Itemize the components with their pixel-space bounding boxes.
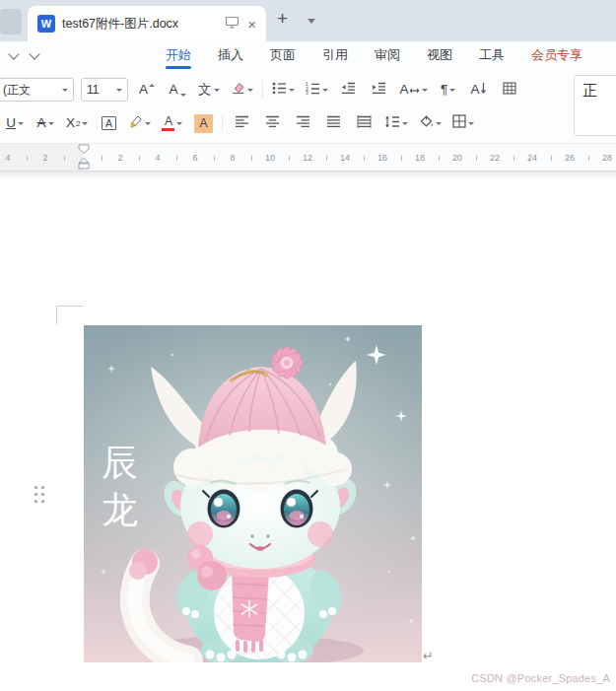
ruler-number: 6 [192, 153, 197, 163]
ruler-tick [102, 156, 103, 161]
justify-button[interactable] [321, 111, 345, 135]
menu-item-会员专享[interactable]: 会员专享 [531, 41, 582, 69]
increase-font-button[interactable]: A [135, 78, 159, 102]
menu-item-审阅[interactable]: 审阅 [375, 41, 400, 69]
highlight-pen-icon [129, 114, 143, 132]
ribbon-toolbar: a (正文 11 A A 文 123 [0, 69, 616, 144]
align-right-button[interactable] [291, 111, 314, 135]
chevron-down-icon [18, 122, 24, 125]
toolbar-separator [262, 81, 263, 99]
highlight-pen-button[interactable] [127, 111, 153, 135]
svg-text:3: 3 [306, 90, 308, 95]
ruler-tick [364, 156, 365, 161]
line-spacing-button[interactable] [382, 111, 410, 135]
char-border-button[interactable]: A [97, 111, 120, 135]
increase-indent-button[interactable] [368, 78, 391, 102]
ruler-number: 8 [230, 153, 235, 163]
quick-chevron-icon-2[interactable] [29, 48, 39, 59]
font-size-select[interactable]: 11 [81, 78, 128, 102]
sort-button[interactable]: A [467, 78, 491, 102]
new-tab-button[interactable]: + [277, 9, 288, 28]
style-preview-label: 正 [582, 82, 597, 99]
chevron-down-icon [402, 122, 408, 125]
ruler[interactable]: 42246810121416182022242628 [0, 144, 616, 172]
decrease-indent-button[interactable] [337, 78, 361, 102]
ruler-number: 28 [602, 153, 612, 163]
chevron-down-icon [422, 89, 428, 92]
menu-item-插入[interactable]: 插入 [218, 41, 243, 69]
home-button-partial[interactable] [0, 9, 22, 35]
ruler-tick [64, 156, 65, 161]
bullet-list-icon [272, 81, 287, 99]
document-tab[interactable]: W test67附件-图片.docx × [28, 6, 266, 41]
chevron-down-icon [247, 89, 253, 92]
menu-item-页面[interactable]: 页面 [270, 41, 296, 69]
ruler-tick [326, 156, 327, 161]
image-caption-char-2: 龙 [102, 489, 138, 531]
borders-button[interactable] [450, 111, 476, 135]
decrease-font-button[interactable]: A [166, 78, 189, 102]
paragraph-settings-button[interactable]: ¶ [437, 78, 460, 102]
font-color-button[interactable]: A [160, 111, 184, 135]
ruler-tick [401, 156, 402, 161]
ruler-number: 18 [415, 153, 425, 163]
menu-item-label: 页面 [270, 46, 296, 64]
align-center-button[interactable] [260, 111, 284, 135]
object-drag-handle-icon[interactable] [34, 486, 47, 506]
grid-settings-button[interactable] [498, 78, 521, 102]
chevron-down-icon [436, 122, 442, 125]
document-canvas[interactable]: 辰 龙 ↵ CSDN @Pocker_Spades_A [0, 172, 616, 691]
tab-close-icon[interactable]: × [247, 17, 256, 32]
menu-item-开始[interactable]: 开始 [166, 41, 191, 69]
margin-crop-mark [56, 306, 83, 324]
style-gallery[interactable]: 正 [574, 75, 616, 136]
watermark-text: CSDN @Pocker_Spades_A [471, 672, 610, 684]
chevron-down-icon [176, 122, 182, 125]
menu-item-引用[interactable]: 引用 [322, 41, 348, 69]
align-left-button[interactable] [230, 111, 253, 135]
caret-down-icon [180, 94, 186, 97]
distribute-button[interactable] [352, 111, 376, 135]
menu-bar: 开始插入页面引用审阅视图工具会员专享 [0, 41, 616, 69]
menu-item-label: 审阅 [375, 46, 400, 64]
ruler-number: 4 [155, 153, 160, 163]
char-scale-button[interactable]: A [398, 78, 430, 102]
document-image[interactable]: 辰 龙 [84, 325, 422, 662]
grid-icon [503, 81, 516, 99]
char-shading-icon: A [194, 114, 213, 133]
tab-bar: W test67附件-图片.docx × + [0, 0, 616, 41]
menu-item-label: 会员专享 [531, 46, 582, 64]
toolbar-row-1: a (正文 11 A A 文 123 [0, 77, 521, 103]
paint-bucket-icon [419, 114, 434, 132]
shading-button[interactable] [417, 111, 444, 135]
clear-format-button[interactable] [229, 78, 255, 102]
justify-icon [326, 114, 341, 132]
menu-item-label: 工具 [479, 46, 505, 64]
menu-item-工具[interactable]: 工具 [479, 41, 505, 69]
line-spacing-icon [384, 114, 400, 132]
chevron-down-icon [116, 89, 122, 92]
caret-up-icon [149, 84, 155, 87]
quick-chevron-icon-1[interactable] [8, 48, 19, 59]
bullet-list-button[interactable] [270, 78, 297, 102]
ruler-tick [251, 156, 252, 161]
font-name-select[interactable]: a (正文 [0, 78, 74, 102]
left-right-arrows-icon [409, 81, 420, 99]
underline-button[interactable]: U [3, 111, 27, 135]
paragraph-mark: ↵ [423, 649, 434, 663]
ruler-tick [476, 156, 477, 161]
align-right-icon [296, 114, 310, 132]
font-name-value: a (正文 [0, 82, 60, 99]
monitor-icon[interactable] [225, 15, 240, 33]
indent-icon [372, 81, 386, 99]
char-shading-button[interactable]: A [191, 111, 215, 135]
text-tool-button[interactable]: 文 [196, 78, 222, 102]
numbered-list-button[interactable]: 123 [304, 78, 330, 102]
tab-list-chevron-icon[interactable] [308, 19, 315, 24]
toolbar-row-2: U A X2 A A A [3, 110, 476, 136]
strikethrough-button[interactable]: A [34, 111, 57, 135]
superscript-button[interactable]: X2 [64, 111, 90, 135]
chevron-down-icon [322, 89, 328, 92]
menu-item-视图[interactable]: 视图 [427, 41, 452, 69]
ruler-number: 20 [452, 153, 462, 163]
